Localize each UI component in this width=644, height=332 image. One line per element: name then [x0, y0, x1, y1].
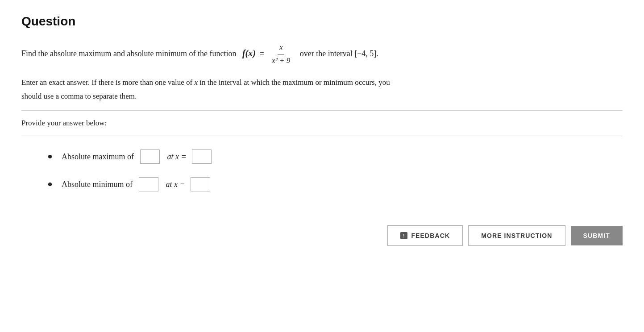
page-container: Question Find the absolute maximum and a…	[0, 0, 644, 260]
submit-label: SUBMIT	[583, 232, 610, 239]
absolute-maximum-row: Absolute maximum of at x =	[48, 149, 623, 164]
answer-section: Absolute maximum of at x = Absolute mini…	[21, 149, 623, 191]
at-x-min: at x =	[164, 180, 185, 189]
feedback-button-label: FEEDBACK	[411, 232, 450, 239]
absolute-minimum-x-input[interactable]	[191, 177, 210, 191]
function-label: f(x)	[242, 48, 256, 58]
more-instruction-label: MORE INSTRUCTION	[481, 232, 552, 239]
fraction-denominator: x² + 9	[270, 54, 292, 67]
fraction: x x² + 9	[270, 41, 292, 67]
question-intro: Find the absolute maximum and absolute m…	[21, 49, 236, 58]
provide-answer-text: Provide your answer below:	[21, 119, 623, 128]
fraction-numerator: x	[278, 41, 285, 54]
question-text: Find the absolute maximum and absolute m…	[21, 41, 623, 67]
absolute-maximum-label: Absolute maximum of	[62, 152, 134, 162]
bullet-max	[48, 155, 52, 158]
instruction-text-2: should use a comma to separate them.	[21, 90, 623, 102]
page-title: Question	[21, 14, 623, 29]
instruction-text: Enter an exact answer. If there is more …	[21, 76, 623, 88]
bullet-min	[48, 183, 52, 186]
more-instruction-button[interactable]: MORE INSTRUCTION	[468, 225, 565, 246]
at-x-max: at x =	[165, 152, 187, 162]
divider-1	[21, 110, 623, 111]
absolute-minimum-label: Absolute minimum of	[62, 180, 133, 189]
absolute-minimum-value-input[interactable]	[139, 177, 158, 191]
absolute-minimum-row: Absolute minimum of at x =	[48, 177, 623, 191]
feedback-icon: !	[400, 232, 407, 239]
divider-2	[21, 136, 623, 136]
absolute-maximum-value-input[interactable]	[140, 149, 160, 164]
interval-text: over the interval [−4, 5].	[300, 49, 378, 58]
bottom-bar: ! FEEDBACK MORE INSTRUCTION SUBMIT	[21, 218, 623, 246]
feedback-button[interactable]: ! FEEDBACK	[387, 225, 463, 246]
absolute-maximum-x-input[interactable]	[192, 149, 212, 164]
submit-button[interactable]: SUBMIT	[571, 226, 623, 245]
